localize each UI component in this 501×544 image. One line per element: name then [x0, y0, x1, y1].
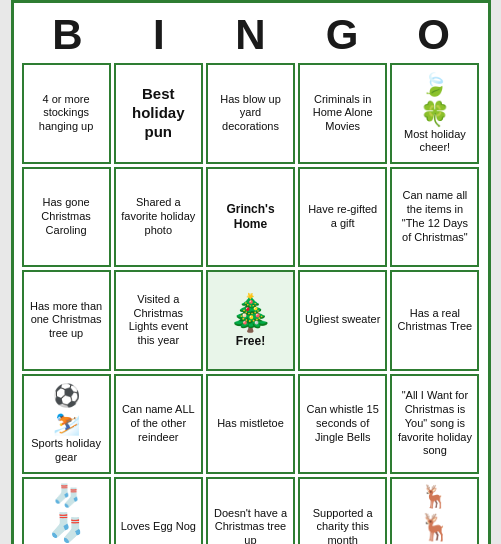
bingo-cell-i5[interactable]: Loves Egg Nog: [114, 477, 203, 544]
bingo-cell-g3[interactable]: Ugliest sweater: [298, 270, 387, 371]
bingo-cell-g4[interactable]: Can whistle 15 seconds of Jingle Bells: [298, 374, 387, 475]
cell-text-b2: Has gone Christmas Caroling: [28, 196, 105, 237]
bingo-cell-o3[interactable]: Has a real Christmas Tree: [390, 270, 479, 371]
stocking-icon: 🧦: [49, 511, 84, 544]
cell-icon-b4: ⚽: [53, 383, 80, 409]
reindeer-icon: 🦌: [419, 512, 451, 543]
cell-text-n4: Has mistletoe: [217, 417, 284, 431]
letter-g: G: [298, 11, 386, 59]
cell-icon-o5: 🦌: [421, 484, 448, 510]
cell-text-n5: Doesn't have a Christmas tree up: [212, 507, 289, 544]
bingo-cell-i1[interactable]: Best holiday pun: [114, 63, 203, 164]
cell-text-b4: Sports holiday gear: [28, 437, 105, 465]
bingo-cell-g2[interactable]: Have re-gifted a gift: [298, 167, 387, 268]
bingo-cell-i3[interactable]: Visited a Christmas Lights event this ye…: [114, 270, 203, 371]
letter-i: I: [115, 11, 203, 59]
cell-text-i5: Loves Egg Nog: [121, 520, 196, 534]
bingo-cell-o4[interactable]: "All I Want for Christmas is You" song i…: [390, 374, 479, 475]
cell-text-o3: Has a real Christmas Tree: [396, 307, 473, 335]
bingo-header: B I N G O: [22, 11, 480, 59]
bingo-cell-b4[interactable]: ⚽⛷️Sports holiday gear: [22, 374, 111, 475]
bingo-cell-b5[interactable]: 🧦🧦Birthday in December: [22, 477, 111, 544]
bingo-cell-o1[interactable]: 🍃🍀Most holiday cheer!: [390, 63, 479, 164]
cell-text-n2: Grinch's Home: [212, 202, 289, 232]
sports-icon: ⛷️: [53, 411, 80, 437]
bingo-cell-g1[interactable]: Criminals in Home Alone Movies: [298, 63, 387, 164]
cell-text-b1: 4 or more stockings hanging up: [28, 93, 105, 134]
cell-text-g3: Ugliest sweater: [305, 313, 380, 327]
cell-icon-o1: 🍃: [421, 72, 448, 98]
free-text: Free!: [236, 334, 265, 349]
cell-text-i4: Can name ALL of the other reindeer: [120, 403, 197, 444]
letter-b: B: [23, 11, 111, 59]
cell-text-i3: Visited a Christmas Lights event this ye…: [120, 293, 197, 348]
bingo-cell-n4[interactable]: Has mistletoe: [206, 374, 295, 475]
bingo-card: B I N G O 4 or more stockings hanging up…: [11, 0, 491, 544]
cell-text-b3: Has more than one Christmas tree up: [28, 300, 105, 341]
bingo-cell-o5[interactable]: 🦌🦌Owns a Santa hat: [390, 477, 479, 544]
bingo-cell-n5[interactable]: Doesn't have a Christmas tree up: [206, 477, 295, 544]
letter-n: N: [206, 11, 294, 59]
letter-o: O: [390, 11, 478, 59]
cell-text-g4: Can whistle 15 seconds of Jingle Bells: [304, 403, 381, 444]
cell-text-g2: Have re-gifted a gift: [304, 203, 381, 231]
bingo-cell-n3[interactable]: 🎄Free!: [206, 270, 295, 371]
bingo-cell-n2[interactable]: Grinch's Home: [206, 167, 295, 268]
free-icon: 🎄: [228, 292, 273, 334]
bingo-cell-i2[interactable]: Shared a favorite holiday photo: [114, 167, 203, 268]
bingo-cell-g5[interactable]: Supported a charity this month: [298, 477, 387, 544]
cell-icon-b5: 🧦: [53, 483, 80, 509]
cell-text-o4: "All I Want for Christmas is You" song i…: [396, 389, 473, 458]
bingo-cell-b1[interactable]: 4 or more stockings hanging up: [22, 63, 111, 164]
bingo-grid: 4 or more stockings hanging upBest holid…: [22, 63, 480, 544]
cell-text-o1: Most holiday cheer!: [396, 128, 473, 156]
bingo-cell-i4[interactable]: Can name ALL of the other reindeer: [114, 374, 203, 475]
holly-icon: 🍀: [420, 100, 450, 128]
bingo-cell-b2[interactable]: Has gone Christmas Caroling: [22, 167, 111, 268]
cell-text-g1: Criminals in Home Alone Movies: [304, 93, 381, 134]
bingo-cell-b3[interactable]: Has more than one Christmas tree up: [22, 270, 111, 371]
cell-text-i1: Best holiday pun: [120, 85, 197, 141]
cell-text-i2: Shared a favorite holiday photo: [120, 196, 197, 237]
bingo-cell-o2[interactable]: Can name all the items in "The 12 Days o…: [390, 167, 479, 268]
cell-text-n1: Has blow up yard decorations: [212, 93, 289, 134]
bingo-cell-n1[interactable]: Has blow up yard decorations: [206, 63, 295, 164]
cell-text-g5: Supported a charity this month: [304, 507, 381, 544]
cell-text-o2: Can name all the items in "The 12 Days o…: [396, 189, 473, 244]
